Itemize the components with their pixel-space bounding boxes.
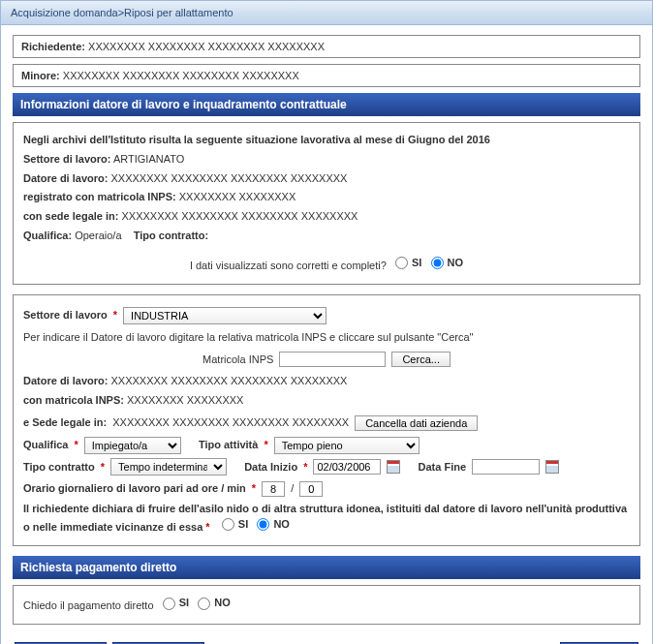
arch-registrato-label: registrato con matricola INPS: (23, 191, 176, 202)
datafine-input[interactable] (472, 459, 540, 475)
pagamento-panel: Chiedo il pagamento diretto SI NO (13, 585, 640, 625)
asilo-no-label: NO (273, 517, 290, 532)
arch-sede-label: con sede legale in: (23, 210, 118, 222)
arch-qualifica-label: Qualifica: (23, 230, 72, 241)
matricola-label: Matricola INPS (202, 351, 273, 370)
confirm-si-radio[interactable] (395, 257, 408, 269)
pagamento-si-label: SI (179, 594, 189, 613)
required-marker: * (113, 306, 117, 325)
form-datore-label: Datore di lavoro: (23, 375, 108, 386)
datainizio-input[interactable] (313, 459, 381, 475)
asilo-no-radio[interactable] (257, 518, 269, 531)
arch-datore-label: Datore di lavoro: (23, 172, 108, 184)
archivio-panel: Negli archivi dell'Istituto risulta la s… (13, 122, 640, 285)
minore-label: Minore: (21, 70, 60, 81)
minore-value: XXXXXXXX XXXXXXXX XXXXXXXX XXXXXXXX (63, 70, 299, 81)
matricola-input[interactable] (279, 352, 386, 367)
settore-select[interactable]: INDUSTRIA (123, 307, 326, 324)
arch-settore-value: ARTIGIANATO (113, 153, 184, 165)
tipocontratto-select[interactable]: Tempo indeterminato (110, 458, 227, 475)
tipoattivita-select[interactable]: Tempo pieno (274, 437, 420, 454)
orario-ore-input[interactable] (262, 481, 285, 497)
arch-registrato-value: XXXXXXXX XXXXXXXX (179, 191, 295, 202)
form-datore-value: XXXXXXXX XXXXXXXX XXXXXXXX XXXXXXXX (110, 375, 347, 386)
orario-sep: / (291, 479, 294, 499)
confirm-no-label: NO (448, 254, 464, 273)
asilo-text: Il richiedente dichiara di fruire dell'a… (23, 503, 627, 533)
pagamento-no-radio[interactable] (198, 598, 210, 610)
richiedente-label: Richiedente: (21, 41, 85, 52)
archivio-intro: Negli archivi dell'Istituto risulta la s… (23, 134, 490, 145)
settore-label: Settore di lavoro (23, 306, 108, 325)
richiedente-value: XXXXXXXX XXXXXXXX XXXXXXXX XXXXXXXX (88, 41, 325, 52)
content-area: Richiedente: XXXXXXXX XXXXXXXX XXXXXXXX … (1, 25, 652, 644)
orario-label: Orario giornaliero di lavoro pari ad ore… (23, 479, 246, 499)
confirm-question: I dati visualizzati sono corretti e comp… (190, 260, 387, 271)
calendar-icon[interactable] (545, 460, 559, 474)
confirm-row: I dati visualizzati sono corretti e comp… (23, 254, 630, 276)
section-pagamento-header: Richiesta pagamento diretto (13, 556, 640, 579)
tipoattivita-label: Tipo attività (199, 436, 259, 455)
confirm-si-label: SI (412, 254, 421, 273)
cancella-button[interactable]: Cancella dati azienda (355, 415, 478, 431)
form-panel: Settore di lavoro* INDUSTRIA Per indicar… (13, 294, 640, 546)
arch-tipocontratto-label: Tipo contratto: (134, 230, 208, 241)
form-sede-label: e Sede legale in: (23, 414, 107, 433)
qualifica-label: Qualifica (23, 436, 68, 455)
qualifica-select[interactable]: Impiegato/a (84, 437, 181, 454)
arch-settore-label: Settore di lavoro: (23, 153, 110, 165)
pagamento-label: Chiedo il pagamento diretto (23, 600, 154, 612)
pagamento-si-radio[interactable] (163, 598, 175, 610)
app-window: Acquisizione domanda>Riposi per allattam… (0, 0, 653, 644)
minore-box: Minore: XXXXXXXX XXXXXXXX XXXXXXXX XXXXX… (13, 64, 640, 87)
arch-sede-value: XXXXXXXX XXXXXXXX XXXXXXXX XXXXXXXX (121, 210, 358, 222)
form-helper: Per indicare il Datore di lavoro digitar… (23, 328, 630, 348)
form-conmatricola-label: con matricola INPS: (23, 394, 124, 406)
richiedente-box: Richiedente: XXXXXXXX XXXXXXXX XXXXXXXX … (13, 35, 640, 58)
pagamento-no-label: NO (214, 594, 231, 613)
datafine-label: Data Fine (419, 458, 467, 477)
orario-min-input[interactable] (299, 481, 323, 497)
form-sede-value: XXXXXXXX XXXXXXXX XXXXXXXX XXXXXXXX (112, 414, 349, 433)
datainizio-label: Data Inizio (244, 458, 297, 477)
form-conmatricola-value: XXXXXXXX XXXXXXXX (127, 394, 243, 406)
cerca-button[interactable]: Cerca... (391, 352, 451, 367)
window-titlebar: Acquisizione domanda>Riposi per allattam… (1, 1, 652, 25)
tipocontratto-label: Tipo contratto (23, 458, 95, 477)
arch-qualifica-value: Operaio/a (75, 230, 121, 241)
asilo-si-radio[interactable] (222, 518, 234, 531)
calendar-icon[interactable] (387, 460, 400, 474)
asilo-si-label: SI (238, 517, 248, 532)
arch-datore-value: XXXXXXXX XXXXXXXX XXXXXXXX XXXXXXXX (110, 172, 347, 184)
section-datore-header: Informazioni datore di lavoro e inquadra… (13, 93, 640, 116)
confirm-no-radio[interactable] (431, 257, 444, 269)
